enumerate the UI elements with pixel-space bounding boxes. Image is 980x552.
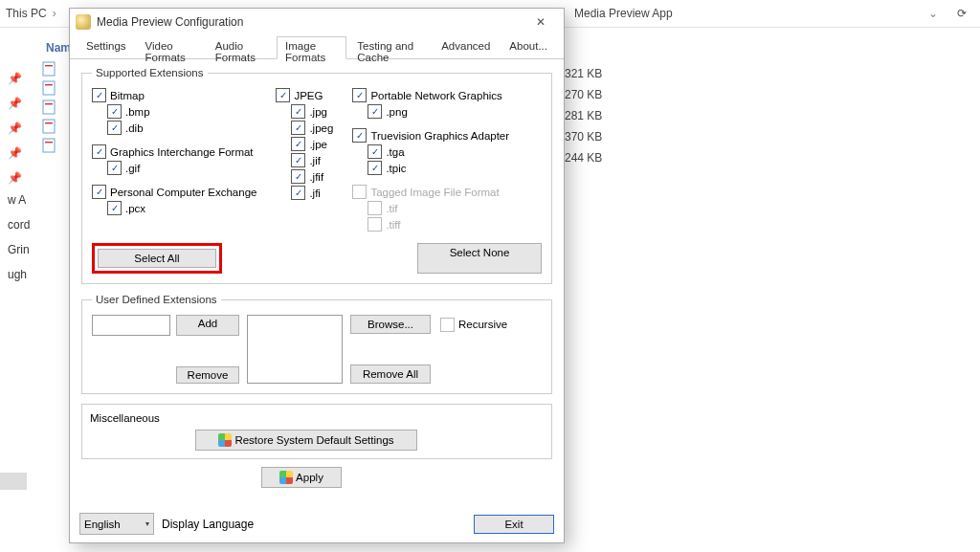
checkbox[interactable]: ✓ <box>368 161 382 175</box>
svg-rect-0 <box>43 62 55 76</box>
tab-video-formats[interactable]: Video Formats <box>137 36 205 59</box>
checkbox-recursive[interactable]: ✓ <box>440 318 455 332</box>
tab-image-formats[interactable]: Image Formats <box>277 36 346 59</box>
checkbox[interactable]: ✓ <box>291 104 305 119</box>
svg-rect-6 <box>43 120 55 133</box>
pinned-item[interactable]: 📌 <box>0 166 38 184</box>
svg-rect-4 <box>43 100 55 114</box>
tab-strip: Settings Video Formats Audio Formats Ima… <box>70 35 564 59</box>
checkbox[interactable]: ✓ <box>368 217 382 232</box>
checkbox[interactable]: ✓ <box>107 201 122 215</box>
sidebar-item[interactable]: cord <box>0 216 38 233</box>
checkbox[interactable]: ✓ <box>107 104 122 119</box>
pin-icon: 📌 <box>8 171 15 179</box>
checkbox[interactable]: ✓ <box>368 201 382 215</box>
file-row[interactable] <box>42 136 57 155</box>
sidebar-item[interactable]: ugh <box>0 266 38 283</box>
checkbox[interactable]: ✓ <box>352 185 367 199</box>
extension-input[interactable] <box>92 315 170 336</box>
svg-rect-5 <box>45 103 53 104</box>
file-row[interactable] <box>42 59 57 78</box>
svg-rect-7 <box>45 122 53 123</box>
file-size: 270 KB <box>565 88 602 109</box>
add-button[interactable]: Add <box>176 315 239 336</box>
pin-icon: 📌 <box>8 121 15 129</box>
checkbox[interactable]: ✓ <box>92 144 106 159</box>
pin-icon: 📌 <box>8 146 15 154</box>
select-none-button[interactable]: Select None <box>417 243 542 274</box>
file-icon <box>42 138 57 153</box>
file-size: 370 KB <box>565 130 602 151</box>
checkbox[interactable]: ✓ <box>291 153 305 167</box>
config-dialog: Media Preview Configuration ✕ Settings V… <box>69 8 565 543</box>
checkbox[interactable]: ✓ <box>368 144 382 159</box>
file-icon <box>42 61 57 77</box>
checkbox[interactable]: ✓ <box>276 88 290 102</box>
ext-col-3: ✓Portable Network Graphics ✓.png ✓Truevi… <box>352 84 509 232</box>
apply-button[interactable]: Apply <box>261 467 342 488</box>
tab-about[interactable]: About... <box>501 36 556 59</box>
file-row[interactable] <box>42 78 57 98</box>
pin-icon: 📌 <box>8 72 15 79</box>
language-select[interactable]: English▾ <box>79 513 154 535</box>
chevron-right-icon: › <box>53 7 56 20</box>
pinned-item[interactable]: 📌 <box>0 142 38 159</box>
file-row[interactable] <box>42 117 57 136</box>
chevron-down-icon[interactable]: ⌄ <box>928 7 938 20</box>
checkbox[interactable]: ✓ <box>291 137 305 151</box>
restore-defaults-button[interactable]: Restore System Default Settings <box>195 430 417 451</box>
checkbox[interactable]: ✓ <box>107 161 122 175</box>
sidebar-item[interactable]: w A <box>0 191 38 209</box>
pinned-item[interactable]: 📌 <box>0 92 38 109</box>
file-size: 321 KB <box>565 67 602 88</box>
dialog-title: Media Preview Configuration <box>97 15 518 29</box>
tab-advanced[interactable]: Advanced <box>433 36 499 59</box>
supported-extensions-group: Supported Extensions ✓Bitmap ✓.bmp ✓.dib… <box>81 67 552 284</box>
pinned-item[interactable]: 📌 <box>0 67 38 84</box>
svg-rect-3 <box>45 84 53 85</box>
file-sizes: 321 KB 270 KB 281 KB 370 KB 244 KB <box>565 67 602 172</box>
display-language-label: Display Language <box>162 518 254 531</box>
sidebar-item[interactable]: Grin <box>0 241 38 258</box>
sidebar: 📌 📌 📌 📌 📌 w A cord Grin ugh <box>0 67 38 291</box>
checkbox[interactable]: ✓ <box>92 88 106 102</box>
breadcrumb-app[interactable]: Media Preview App <box>574 7 673 20</box>
column-header-name[interactable]: Nam <box>46 41 71 55</box>
select-all-highlight: Select All <box>92 243 222 274</box>
checkbox[interactable]: ✓ <box>92 185 106 199</box>
breadcrumb-this-pc[interactable]: This PC <box>6 7 47 20</box>
checkbox[interactable]: ✓ <box>107 121 122 135</box>
tab-audio-formats[interactable]: Audio Formats <box>207 36 275 59</box>
pin-icon: 📌 <box>8 97 15 104</box>
select-all-button[interactable]: Select All <box>98 249 216 268</box>
checkbox[interactable]: ✓ <box>291 169 305 184</box>
file-icon <box>42 80 57 96</box>
supported-legend: Supported Extensions <box>92 67 208 78</box>
checkbox[interactable]: ✓ <box>352 88 367 102</box>
svg-rect-9 <box>45 142 53 143</box>
dialog-titlebar[interactable]: Media Preview Configuration ✕ <box>70 9 564 35</box>
svg-rect-2 <box>43 81 55 95</box>
checkbox[interactable]: ✓ <box>368 104 382 119</box>
checkbox[interactable]: ✓ <box>291 121 305 135</box>
checkbox[interactable]: ✓ <box>352 128 367 143</box>
shield-icon <box>218 433 232 447</box>
extension-listbox[interactable] <box>247 315 343 384</box>
browse-button[interactable]: Browse... <box>350 315 431 334</box>
remove-all-button[interactable]: Remove All <box>350 364 431 384</box>
file-row[interactable] <box>42 98 57 117</box>
dialog-body: Supported Extensions ✓Bitmap ✓.bmp ✓.dib… <box>70 59 564 494</box>
ext-col-1: ✓Bitmap ✓.bmp ✓.dib ✓Graphics Interchang… <box>92 84 256 232</box>
file-size: 281 KB <box>565 109 602 130</box>
exit-button[interactable]: Exit <box>474 515 554 534</box>
refresh-icon[interactable]: ⟳ <box>951 3 972 24</box>
checkbox[interactable]: ✓ <box>291 186 305 200</box>
shield-icon <box>279 471 293 484</box>
user-extensions-group: User Defined Extensions Add Remove Brows… <box>81 294 552 394</box>
chevron-down-icon: ▾ <box>145 519 149 528</box>
tab-testing-cache[interactable]: Testing and Cache <box>348 36 431 59</box>
close-icon[interactable]: ✕ <box>523 9 558 35</box>
remove-button[interactable]: Remove <box>176 366 239 384</box>
tab-settings[interactable]: Settings <box>78 36 135 59</box>
pinned-item[interactable]: 📌 <box>0 117 38 134</box>
